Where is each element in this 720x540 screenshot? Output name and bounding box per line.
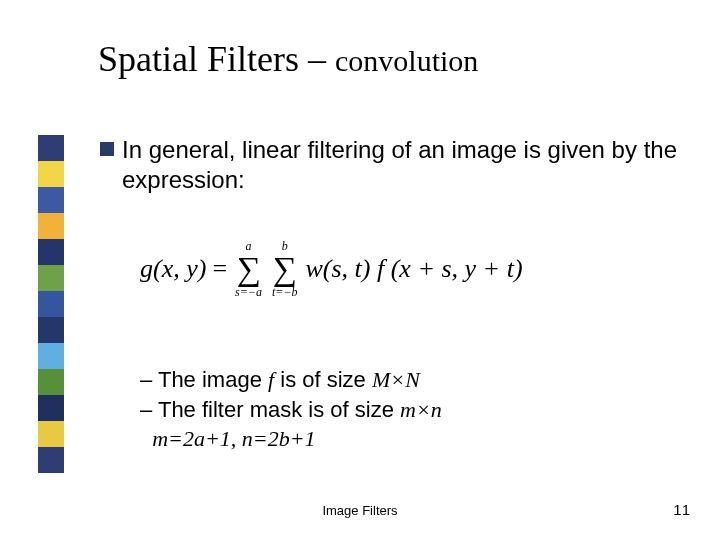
sub1-prefix: – The image	[140, 367, 268, 392]
sidebar-square	[38, 447, 64, 473]
sidebar-square	[38, 213, 64, 239]
sigma-icon: ∑	[236, 252, 260, 286]
formula-eq: =	[212, 254, 227, 284]
sidebar-square	[38, 265, 64, 291]
sidebar-square	[38, 161, 64, 187]
decorative-sidebar	[38, 135, 64, 473]
body-text: In general, linear filtering of an image…	[100, 135, 680, 195]
sidebar-square	[38, 421, 64, 447]
formula-lhs: g(x, y)	[140, 254, 206, 284]
sub1-mn: M×N	[372, 367, 420, 392]
sigma-2-bot: t=−b	[272, 286, 298, 298]
sigma-2: b ∑ t=−b	[272, 240, 298, 298]
footer-center: Image Filters	[0, 503, 720, 518]
bullet-text: In general, linear filtering of an image…	[122, 135, 680, 195]
sidebar-square	[38, 239, 64, 265]
sigma-1: a ∑ s=−a	[235, 240, 262, 298]
sidebar-square	[38, 343, 64, 369]
sigma-icon: ∑	[273, 252, 297, 286]
sigma-1-bot: s=−a	[235, 286, 262, 298]
sidebar-square	[38, 291, 64, 317]
sidebar-square	[38, 187, 64, 213]
sub2-prefix: – The filter mask is of size	[140, 397, 400, 422]
bullet-item: In general, linear filtering of an image…	[100, 135, 680, 195]
title-sub: convolution	[335, 44, 478, 77]
page-number: 11	[673, 501, 690, 518]
formula: g(x, y) = a ∑ s=−a b ∑ t=−b w(s, t) f (x…	[140, 240, 523, 298]
sub2-mn: m×n	[400, 397, 442, 422]
slide-title: Spatial Filters – convolution	[98, 38, 478, 80]
sub-line-1: – The image f is of size M×N	[140, 365, 442, 395]
title-dash: –	[308, 39, 326, 79]
sub-line-3: m=2a+1, n=2b+1	[140, 424, 442, 454]
bullet-square-icon	[100, 142, 114, 156]
sub3-eq: m=2a+1, n=2b+1	[152, 426, 315, 451]
sub3-indent	[140, 426, 152, 451]
sub-bullets: – The image f is of size M×N – The filte…	[140, 365, 442, 454]
sidebar-square	[38, 135, 64, 161]
title-main: Spatial Filters	[98, 39, 299, 79]
sub-line-2: – The filter mask is of size m×n	[140, 395, 442, 425]
sidebar-square	[38, 395, 64, 421]
sub1-mid: is of size	[274, 367, 372, 392]
sidebar-square	[38, 317, 64, 343]
formula-rhs: w(s, t) f (x + s, y + t)	[305, 254, 522, 284]
sidebar-square	[38, 369, 64, 395]
